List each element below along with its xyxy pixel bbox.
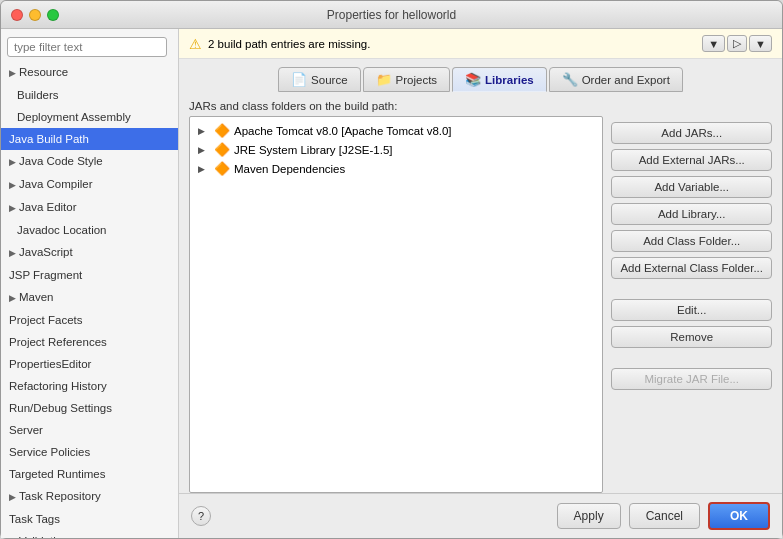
sidebar-item-java-code-style[interactable]: ▶ Java Code Style [1,150,178,173]
tree-label-jre: JRE System Library [J2SE-1.5] [234,144,393,156]
tab-source[interactable]: 📄Source [278,67,360,92]
sidebar-item-java-compiler[interactable]: ▶ Java Compiler [1,173,178,196]
sidebar-item-task-repository[interactable]: ▶ Task Repository [1,485,178,508]
add-variable-button[interactable]: Add Variable... [611,176,772,198]
tree-icon-tomcat: 🔶 [214,123,230,138]
sidebar-item-javascript[interactable]: ▶ JavaScript [1,241,178,264]
sidebar-item-targeted-runtimes[interactable]: Targeted Runtimes [1,463,178,485]
titlebar: Properties for helloworld [1,1,782,29]
tree-panel[interactable]: ▶🔶Apache Tomcat v8.0 [Apache Tomcat v8.0… [189,116,603,493]
minimize-button[interactable] [29,9,41,21]
sidebar-item-javadoc-location[interactable]: Javadoc Location [1,219,178,241]
tree-item-maven-deps[interactable]: ▶🔶Maven Dependencies [190,159,602,178]
warning-bar: ⚠ 2 build path entries are missing. ▼ ▷ … [179,29,782,59]
window-title: Properties for helloworld [327,8,456,22]
sidebar-item-refactoring-history[interactable]: Refactoring History [1,375,178,397]
warning-actions: ▼ ▷ ▼ [702,35,772,52]
content-label: JARs and class folders on the build path… [189,92,603,116]
sidebar-arrow: ▶ [9,64,19,82]
sidebar: ▶ ResourceBuildersDeployment AssemblyJav… [1,29,179,538]
tab-libraries[interactable]: 📚Libraries [452,67,547,92]
sidebar-arrow: ▶ [9,244,19,262]
sidebar-item-validation[interactable]: ▶ Validation [1,530,178,538]
bottom-bar: ? Apply Cancel OK [179,493,782,538]
sidebar-item-properties-editor[interactable]: PropertiesEditor [1,353,178,375]
projects-icon: 📁 [376,72,392,87]
sidebar-arrow: ▶ [9,533,19,538]
warning-text: 2 build path entries are missing. [208,38,370,50]
tree-icon-maven-deps: 🔶 [214,161,230,176]
source-icon: 📄 [291,72,307,87]
add-class-folder-button[interactable]: Add Class Folder... [611,230,772,252]
remove-button[interactable]: Remove [611,326,772,348]
tab-label-order-and-export: Order and Export [582,74,670,86]
tree-item-tomcat[interactable]: ▶🔶Apache Tomcat v8.0 [Apache Tomcat v8.0… [190,121,602,140]
sidebar-item-maven[interactable]: ▶ Maven [1,286,178,309]
close-button[interactable] [11,9,23,21]
right-panel: ⚠ 2 build path entries are missing. ▼ ▷ … [179,29,782,538]
tabs-row: 📄Source📁Projects📚Libraries🔧Order and Exp… [179,59,782,92]
tree-icon-jre: 🔶 [214,142,230,157]
tree-arrow: ▶ [198,126,210,136]
tree-item-jre[interactable]: ▶🔶JRE System Library [J2SE-1.5] [190,140,602,159]
apply-button[interactable]: Apply [557,503,621,529]
sidebar-item-deployment-assembly[interactable]: Deployment Assembly [1,106,178,128]
tab-label-projects: Projects [396,74,438,86]
tree-arrow: ▶ [198,145,210,155]
right-buttons: Add JARs... Add External JARs... Add Var… [611,92,772,493]
sidebar-item-project-references[interactable]: Project References [1,331,178,353]
filter-input[interactable] [7,37,167,57]
warning-icon: ⚠ [189,36,202,52]
order-and-export-icon: 🔧 [562,72,578,87]
sidebar-arrow: ▶ [9,153,19,171]
warning-action-btn-2[interactable]: ▷ [727,35,747,52]
content-area: JARs and class folders on the build path… [179,92,782,493]
sidebar-item-task-tags[interactable]: Task Tags [1,508,178,530]
main-content: ▶ ResourceBuildersDeployment AssemblyJav… [1,29,782,538]
tree-label-maven-deps: Maven Dependencies [234,163,345,175]
tab-label-libraries: Libraries [485,74,534,86]
ok-button[interactable]: OK [708,502,770,530]
add-jars-button[interactable]: Add JARs... [611,122,772,144]
add-external-class-folder-button[interactable]: Add External Class Folder... [611,257,772,279]
window-controls [11,9,59,21]
properties-window: Properties for helloworld ▶ ResourceBuil… [0,0,783,539]
edit-button[interactable]: Edit... [611,299,772,321]
warning-action-btn-1[interactable]: ▼ [702,35,725,52]
sidebar-item-jsp-fragment[interactable]: JSP Fragment [1,264,178,286]
sidebar-item-run-debug-settings[interactable]: Run/Debug Settings [1,397,178,419]
help-button[interactable]: ? [191,506,211,526]
sidebar-item-service-policies[interactable]: Service Policies [1,441,178,463]
sidebar-arrow: ▶ [9,488,19,506]
sidebar-arrow: ▶ [9,289,19,307]
cancel-button[interactable]: Cancel [629,503,700,529]
sidebar-arrow: ▶ [9,176,19,194]
sidebar-arrow: ▶ [9,199,19,217]
add-external-jars-button[interactable]: Add External JARs... [611,149,772,171]
sidebar-item-server[interactable]: Server [1,419,178,441]
add-library-button[interactable]: Add Library... [611,203,772,225]
tree-arrow: ▶ [198,164,210,174]
sidebar-item-builders[interactable]: Builders [1,84,178,106]
sidebar-item-project-facets[interactable]: Project Facets [1,309,178,331]
sidebar-item-java-editor[interactable]: ▶ Java Editor [1,196,178,219]
sidebar-item-java-build-path[interactable]: Java Build Path [1,128,178,150]
libraries-icon: 📚 [465,72,481,87]
maximize-button[interactable] [47,9,59,21]
migrate-jar-button[interactable]: Migrate JAR File... [611,368,772,390]
warning-action-btn-3[interactable]: ▼ [749,35,772,52]
tree-label-tomcat: Apache Tomcat v8.0 [Apache Tomcat v8.0] [234,125,452,137]
left-content: JARs and class folders on the build path… [189,92,603,493]
tab-label-source: Source [311,74,347,86]
sidebar-item-resource[interactable]: ▶ Resource [1,61,178,84]
tab-order-and-export[interactable]: 🔧Order and Export [549,67,683,92]
tab-projects[interactable]: 📁Projects [363,67,451,92]
